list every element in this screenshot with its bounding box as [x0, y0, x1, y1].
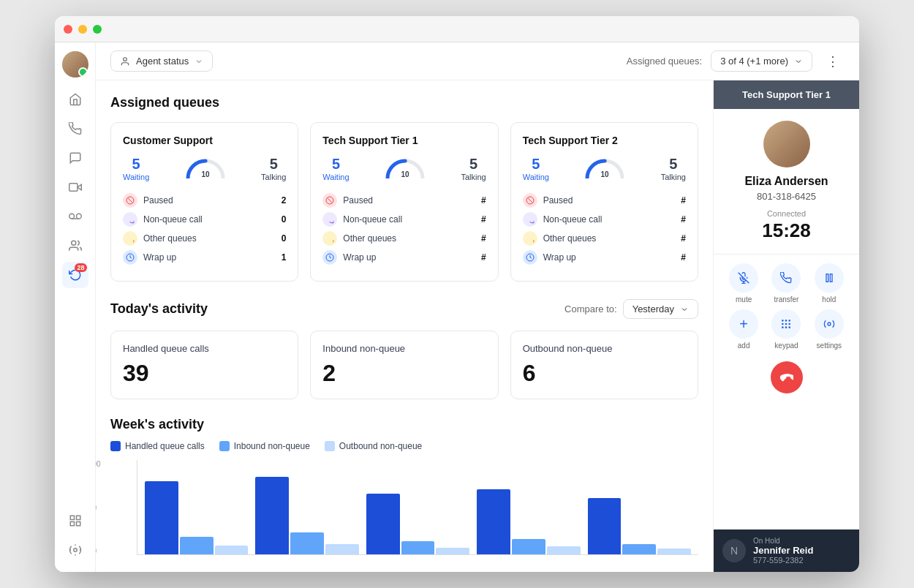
sidebar-item-queues[interactable]: 28	[62, 262, 88, 288]
svg-line-22	[527, 197, 532, 203]
queue-detail-row: Wrap up #	[322, 250, 486, 265]
sidebar-item-chat[interactable]	[62, 145, 88, 171]
minimize-button[interactable]	[78, 25, 87, 34]
svg-rect-27	[826, 274, 828, 282]
waiting-num: 5	[332, 155, 340, 173]
row-icon	[123, 212, 137, 227]
svg-point-3	[76, 214, 81, 219]
row-label: Paused	[143, 195, 276, 206]
queues-dropdown-value: 3 of 4 (+1 more)	[720, 56, 788, 67]
row-icon	[523, 212, 537, 227]
hold-button[interactable]: hold	[815, 263, 844, 304]
today-activity-header: Today's activity Compare to: Yesterday	[110, 299, 698, 319]
transfer-button[interactable]: transfer	[771, 263, 801, 304]
fullscreen-button[interactable]	[93, 25, 102, 34]
agent-status-button[interactable]: Agent status	[110, 50, 213, 72]
caller-info: Eliza Andersen 801-318-6425 Connected 15…	[714, 109, 859, 255]
row-icon	[523, 193, 537, 208]
settings-call-button[interactable]: settings	[815, 309, 844, 350]
row-label: Wrap up	[143, 252, 276, 263]
row-icon	[322, 231, 337, 246]
svg-rect-7	[76, 516, 80, 519]
panel-header: Tech Support Tier 1	[714, 80, 859, 109]
row-value: #	[681, 214, 686, 225]
close-button[interactable]	[64, 25, 72, 34]
inbound-bar	[401, 541, 435, 554]
svg-point-30	[789, 320, 790, 321]
svg-text:10: 10	[601, 170, 610, 178]
inbound-bar	[622, 544, 656, 554]
add-button[interactable]: + add	[729, 309, 758, 350]
y-axis-labels: 1009080	[96, 460, 101, 555]
legend-color	[219, 441, 230, 451]
end-call-button[interactable]	[771, 361, 803, 393]
waiting-stat: 5 Waiting	[123, 155, 149, 181]
on-hold-phone: 577-559-2382	[753, 556, 850, 565]
keypad-button[interactable]: keypad	[771, 309, 801, 350]
more-options-button[interactable]: ⋮	[821, 50, 845, 73]
row-label: Non-queue call	[143, 214, 276, 225]
legend-label: Handled queue calls	[125, 441, 205, 451]
svg-point-35	[786, 327, 787, 328]
outbound-bar	[436, 548, 469, 554]
week-activity-title: Week's activity	[110, 417, 698, 432]
waiting-stat: 5 Waiting	[523, 155, 549, 181]
outbound-bar	[325, 544, 359, 554]
svg-point-33	[789, 323, 790, 324]
gauge-container: 10	[155, 158, 255, 178]
content-area: Assigned queues Customer Support 5 Waiti…	[96, 80, 859, 572]
svg-line-18	[328, 197, 333, 203]
chevron-down-icon	[680, 305, 689, 314]
svg-point-10	[73, 549, 77, 552]
sidebar-item-phone[interactable]	[62, 116, 88, 142]
queues-dropdown-button[interactable]: 3 of 4 (+1 more)	[711, 50, 812, 72]
activity-card-label: Handled queue calls	[123, 343, 286, 354]
sidebar-item-voicemail[interactable]	[62, 203, 88, 230]
sidebar-item-settings[interactable]	[62, 537, 88, 563]
queue-cards-container: Customer Support 5 Waiting 10 5 Talking	[110, 122, 698, 282]
row-label: Non-queue call	[543, 214, 676, 225]
queue-card-title: Customer Support	[123, 135, 286, 146]
outbound-bar	[547, 546, 581, 554]
user-avatar[interactable]	[62, 51, 88, 78]
row-value: #	[481, 252, 486, 263]
control-row-1: mute transfer	[722, 263, 850, 304]
sidebar-item-home[interactable]	[62, 86, 88, 113]
svg-rect-6	[70, 516, 74, 519]
sidebar-item-grid[interactable]	[62, 508, 88, 534]
row-value: #	[681, 252, 686, 263]
sidebar-item-contacts[interactable]	[62, 233, 88, 259]
legend-color	[110, 441, 121, 451]
compare-dropdown-button[interactable]: Yesterday	[623, 299, 698, 319]
talking-num: 5	[669, 155, 677, 173]
svg-point-38	[828, 323, 831, 325]
assigned-queues-label: Assigned queues:	[627, 56, 702, 67]
waiting-num: 5	[132, 155, 140, 173]
on-hold-strip[interactable]: N On Hold Jennifer Reid 577-559-2382	[714, 529, 859, 572]
inbound-bar	[180, 537, 214, 554]
queue-detail-row: Non-queue call #	[523, 212, 686, 227]
row-label: Other queues	[543, 233, 676, 244]
mute-button[interactable]: mute	[729, 263, 758, 304]
settings-call-label: settings	[817, 342, 842, 350]
handled-bar	[145, 481, 178, 554]
y-label: 100	[96, 460, 101, 468]
row-label: Wrap up	[343, 252, 475, 263]
caller-avatar	[763, 121, 810, 167]
chevron-down-icon	[194, 57, 203, 66]
svg-point-36	[782, 327, 783, 328]
bar-group	[366, 494, 469, 554]
activity-card: Inbound non-queue 2	[310, 331, 498, 399]
activity-card-label: Inbound non-queue	[322, 343, 486, 354]
connected-label: Connected	[725, 209, 847, 218]
call-controls: mute transfer	[714, 255, 859, 405]
row-value: #	[481, 233, 486, 244]
queue-gauge: 10	[584, 158, 625, 178]
main-panel: Assigned queues Customer Support 5 Waiti…	[96, 80, 713, 572]
waiting-num: 5	[532, 155, 540, 173]
row-value: #	[681, 195, 686, 206]
sidebar-item-video[interactable]	[62, 174, 88, 200]
sidebar: 28	[55, 42, 96, 572]
today-activity-title: Today's activity	[110, 301, 208, 317]
queue-card: Tech Support Tier 1 5 Waiting 10 5 Talki…	[310, 122, 498, 282]
